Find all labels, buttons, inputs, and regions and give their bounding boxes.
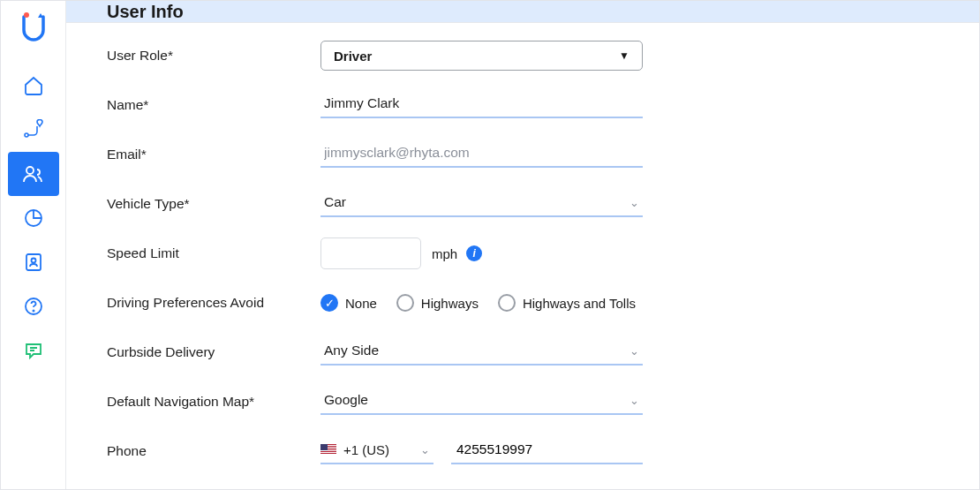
row-phone: Phone +1 (US) ⌄ (107, 440, 939, 463)
chat-icon (23, 340, 44, 361)
label-phone: Phone (107, 443, 320, 459)
email-input[interactable] (320, 141, 643, 168)
main-panel: User Info User Role* Driver ▼ Name* (66, 1, 979, 489)
route-icon (22, 119, 45, 140)
nav-help[interactable] (8, 284, 59, 328)
chevron-down-icon: ⌄ (629, 394, 639, 407)
chart-icon (23, 207, 44, 229)
name-input[interactable] (320, 92, 643, 118)
user-info-form: User Role* Driver ▼ Name* Email* (66, 23, 979, 489)
page-header: User Info (66, 1, 979, 23)
nav-contacts[interactable] (8, 240, 59, 284)
label-navmap: Default Navigation Map* (107, 394, 320, 410)
label-vehicle: Vehicle Type* (107, 196, 320, 212)
radio-none[interactable]: ✓ None (320, 294, 377, 312)
user-role-select[interactable]: Driver ▼ (320, 41, 643, 71)
label-user-role: User Role* (107, 48, 320, 64)
row-name: Name* (107, 94, 939, 117)
chevron-down-icon: ⌄ (629, 344, 639, 358)
navmap-select[interactable]: Google ⌄ (320, 388, 643, 415)
logo-icon (19, 11, 49, 49)
svg-point-2 (26, 167, 34, 174)
radio-highways[interactable]: ✓ Highways (396, 294, 479, 312)
nav-route[interactable] (8, 108, 59, 152)
info-icon[interactable]: i (466, 245, 482, 261)
curbside-select[interactable]: Any Side ⌄ (320, 339, 643, 366)
row-navmap: Default Navigation Map* Google ⌄ (107, 390, 939, 413)
row-speed: Speed Limit mph i (107, 242, 939, 265)
radio-highways-tolls-label: Highways and Tolls (523, 296, 636, 311)
driving-prefs-group: ✓ None ✓ Highways ✓ Highways and Tolls (320, 294, 636, 312)
chevron-down-icon: ⌄ (629, 196, 639, 209)
radio-highways-label: Highways (421, 296, 479, 311)
row-vehicle: Vehicle Type* Car ⌄ (107, 192, 939, 215)
phone-country-select[interactable]: +1 (US) ⌄ (320, 439, 433, 464)
chevron-down-icon: ⌄ (420, 443, 430, 456)
home-icon (23, 75, 44, 96)
svg-point-5 (31, 259, 35, 263)
row-email: Email* (107, 143, 939, 166)
phone-input[interactable] (451, 438, 643, 464)
svg-point-0 (24, 12, 29, 18)
app-root: User Info User Role* Driver ▼ Name* (0, 0, 980, 490)
svg-point-1 (25, 133, 28, 137)
radio-highways-tolls[interactable]: ✓ Highways and Tolls (498, 294, 636, 312)
vehicle-value: Car (324, 194, 346, 210)
label-name: Name* (107, 97, 320, 113)
curbside-value: Any Side (324, 343, 379, 358)
svg-point-7 (33, 310, 34, 311)
phone-country-value: +1 (US) (343, 442, 389, 457)
nav-reports[interactable] (8, 196, 59, 240)
label-curbside: Curbside Delivery (107, 344, 320, 360)
users-icon (22, 163, 45, 185)
caret-down-icon: ▼ (619, 49, 629, 62)
user-role-value: Driver (334, 49, 372, 64)
nav-users[interactable] (8, 152, 59, 196)
row-curbside: Curbside Delivery Any Side ⌄ (107, 341, 939, 364)
nav-chat[interactable] (8, 328, 59, 373)
vehicle-select[interactable]: Car ⌄ (320, 191, 643, 217)
flag-us-icon (320, 444, 336, 455)
sidebar-nav (1, 1, 66, 489)
nav-home[interactable] (8, 64, 59, 108)
label-email: Email* (107, 147, 320, 162)
label-driving-prefs: Driving Preferences Avoid (107, 295, 320, 311)
speed-input[interactable] (320, 237, 421, 269)
help-icon (23, 296, 44, 317)
navmap-value: Google (324, 392, 368, 408)
row-driving-prefs: Driving Preferences Avoid ✓ None ✓ Highw… (107, 291, 939, 314)
radio-none-label: None (345, 296, 377, 311)
speed-unit: mph (432, 246, 457, 261)
row-user-role: User Role* Driver ▼ (107, 44, 939, 67)
contact-icon (23, 252, 44, 273)
label-speed: Speed Limit (107, 245, 320, 261)
page-title: User Info (107, 2, 184, 22)
